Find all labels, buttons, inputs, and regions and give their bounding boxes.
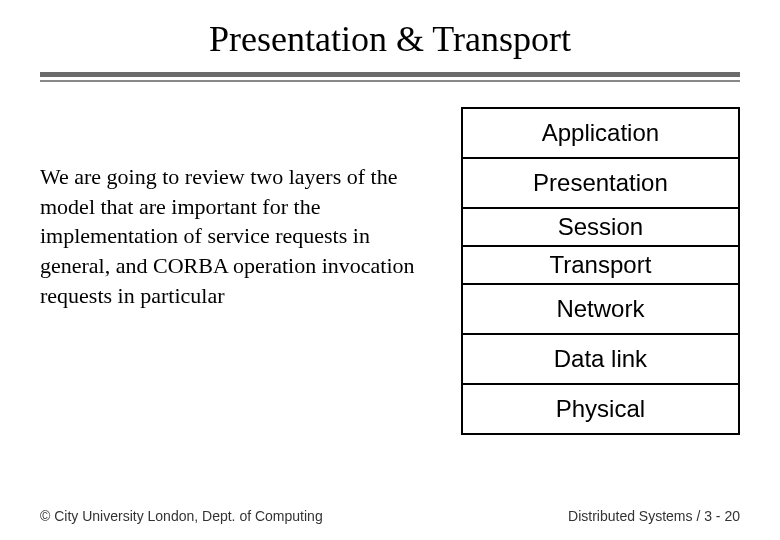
layer-physical: Physical	[461, 383, 740, 435]
footer: © City University London, Dept. of Compu…	[0, 508, 780, 524]
content-area: We are going to review two layers of the…	[0, 82, 780, 435]
footer-right: Distributed Systems / 3 - 20	[568, 508, 740, 524]
layer-session: Session	[461, 207, 740, 247]
slide-title: Presentation & Transport	[0, 0, 780, 72]
footer-left: © City University London, Dept. of Compu…	[40, 508, 323, 524]
title-divider	[0, 72, 780, 82]
right-column: Application Presentation Session Transpo…	[461, 107, 740, 435]
layer-presentation: Presentation	[461, 157, 740, 209]
layer-data-link: Data link	[461, 333, 740, 385]
layer-network: Network	[461, 283, 740, 335]
layer-transport: Transport	[461, 245, 740, 285]
body-paragraph: We are going to review two layers of the…	[40, 162, 431, 310]
left-column: We are going to review two layers of the…	[40, 107, 431, 435]
osi-layer-stack: Application Presentation Session Transpo…	[461, 107, 740, 435]
layer-application: Application	[461, 107, 740, 159]
